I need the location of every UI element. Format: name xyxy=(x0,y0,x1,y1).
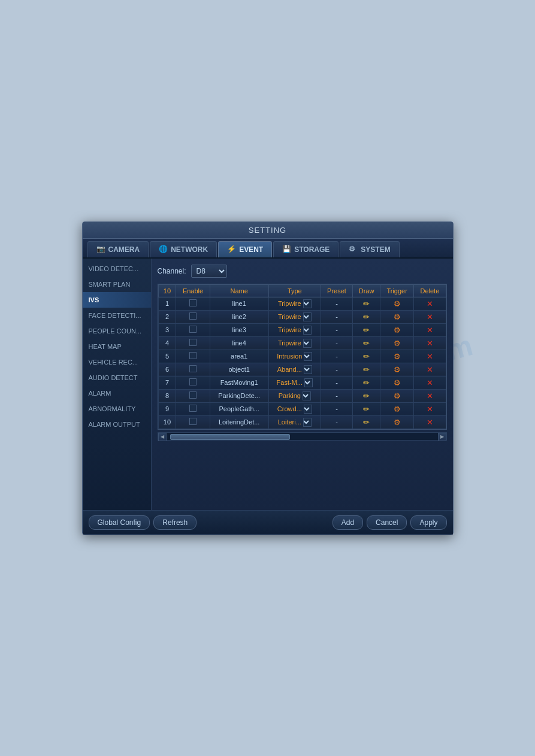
delete-x-icon[interactable]: ✕ xyxy=(427,326,433,335)
draw-edit-icon[interactable]: ✏ xyxy=(363,418,370,427)
row-draw[interactable]: ✏ xyxy=(353,363,380,376)
sidebar-item-smart-plan[interactable]: SMART PLAN xyxy=(83,277,151,292)
row-draw[interactable]: ✏ xyxy=(353,336,380,350)
sidebar-item-alarm[interactable]: ALARM xyxy=(83,385,151,401)
trigger-gear-icon[interactable]: ⚙ xyxy=(394,312,401,321)
row-draw[interactable]: ✏ xyxy=(353,310,380,323)
sidebar-item-video-detect[interactable]: VIDEO DETEC... xyxy=(83,261,151,277)
row-delete[interactable]: ✕ xyxy=(414,376,446,389)
type-dropdown[interactable]: ▼ xyxy=(304,352,312,361)
row-trigger[interactable]: ⚙ xyxy=(380,336,413,350)
row-trigger[interactable]: ⚙ xyxy=(380,310,413,323)
enable-checkbox-cell[interactable] xyxy=(176,350,210,363)
trigger-gear-icon[interactable]: ⚙ xyxy=(394,352,401,361)
draw-edit-icon[interactable]: ✏ xyxy=(363,339,370,348)
refresh-button[interactable]: Refresh xyxy=(153,515,197,530)
draw-edit-icon[interactable]: ✏ xyxy=(363,326,370,335)
enable-checkbox-cell[interactable] xyxy=(176,310,210,323)
row-delete[interactable]: ✕ xyxy=(414,297,446,310)
enable-checkbox[interactable] xyxy=(189,378,197,385)
cancel-button[interactable]: Cancel xyxy=(367,515,407,530)
row-trigger[interactable]: ⚙ xyxy=(380,297,413,310)
delete-x-icon[interactable]: ✕ xyxy=(427,365,433,374)
row-delete[interactable]: ✕ xyxy=(414,323,446,336)
row-trigger[interactable]: ⚙ xyxy=(380,415,413,429)
enable-checkbox[interactable] xyxy=(189,365,197,372)
type-dropdown[interactable]: ▼ xyxy=(303,418,312,427)
delete-x-icon[interactable]: ✕ xyxy=(427,352,433,361)
delete-x-icon[interactable]: ✕ xyxy=(427,312,433,321)
enable-checkbox-cell[interactable] xyxy=(176,323,210,336)
row-trigger[interactable]: ⚙ xyxy=(380,376,413,389)
draw-edit-icon[interactable]: ✏ xyxy=(363,378,370,387)
type-dropdown[interactable]: ▼ xyxy=(303,391,311,400)
row-delete[interactable]: ✕ xyxy=(414,415,446,429)
trigger-gear-icon[interactable]: ⚙ xyxy=(394,299,401,308)
row-draw[interactable]: ✏ xyxy=(353,350,380,363)
row-trigger[interactable]: ⚙ xyxy=(380,389,413,402)
tab-camera[interactable]: 📷 CAMERA xyxy=(87,241,149,257)
tab-event[interactable]: ⚡ EVENT xyxy=(218,241,272,257)
sidebar-item-audio-detect[interactable]: AUDIO DETECT xyxy=(83,370,151,385)
row-delete[interactable]: ✕ xyxy=(414,402,446,415)
enable-checkbox-cell[interactable] xyxy=(176,336,210,350)
row-draw[interactable]: ✏ xyxy=(353,376,380,389)
sidebar-item-people-count[interactable]: PEOPLE COUN... xyxy=(83,323,151,339)
add-button[interactable]: Add xyxy=(333,515,363,530)
tab-network[interactable]: 🌐 NETWORK xyxy=(150,241,217,257)
type-dropdown[interactable]: ▼ xyxy=(304,405,312,414)
apply-button[interactable]: Apply xyxy=(410,515,446,530)
row-trigger[interactable]: ⚙ xyxy=(380,402,413,415)
type-dropdown[interactable]: ▼ xyxy=(303,312,312,321)
row-draw[interactable]: ✏ xyxy=(353,402,380,415)
scroll-left-arrow[interactable]: ◀ xyxy=(158,433,167,441)
row-trigger[interactable]: ⚙ xyxy=(380,350,413,363)
draw-edit-icon[interactable]: ✏ xyxy=(363,391,370,400)
type-dropdown[interactable]: ▼ xyxy=(304,365,312,374)
trigger-gear-icon[interactable]: ⚙ xyxy=(394,339,401,348)
sidebar-item-ivs[interactable]: IVS xyxy=(83,292,151,308)
enable-checkbox[interactable] xyxy=(189,312,197,320)
type-dropdown[interactable]: ▼ xyxy=(303,326,312,335)
enable-checkbox-cell[interactable] xyxy=(176,297,210,310)
delete-x-icon[interactable]: ✕ xyxy=(427,378,433,387)
row-draw[interactable]: ✏ xyxy=(353,389,380,402)
row-delete[interactable]: ✕ xyxy=(414,363,446,376)
draw-edit-icon[interactable]: ✏ xyxy=(363,405,370,414)
scrollbar-thumb[interactable] xyxy=(170,434,290,440)
row-trigger[interactable]: ⚙ xyxy=(380,323,413,336)
delete-x-icon[interactable]: ✕ xyxy=(427,405,433,414)
enable-checkbox[interactable] xyxy=(189,339,197,346)
enable-checkbox[interactable] xyxy=(189,405,197,412)
trigger-gear-icon[interactable]: ⚙ xyxy=(394,405,401,414)
scroll-right-arrow[interactable]: ▶ xyxy=(438,433,446,441)
delete-x-icon[interactable]: ✕ xyxy=(427,391,433,400)
row-delete[interactable]: ✕ xyxy=(414,310,446,323)
row-delete[interactable]: ✕ xyxy=(414,350,446,363)
row-draw[interactable]: ✏ xyxy=(353,323,380,336)
tab-storage[interactable]: 💾 STORAGE xyxy=(273,241,338,257)
delete-x-icon[interactable]: ✕ xyxy=(427,299,433,308)
trigger-gear-icon[interactable]: ⚙ xyxy=(394,365,401,374)
enable-checkbox-cell[interactable] xyxy=(176,415,210,429)
type-dropdown[interactable]: ▼ xyxy=(303,299,312,308)
draw-edit-icon[interactable]: ✏ xyxy=(363,365,370,374)
tab-system[interactable]: ⚙ SYSTEM xyxy=(340,241,399,257)
row-trigger[interactable]: ⚙ xyxy=(380,363,413,376)
sidebar-item-heat-map[interactable]: HEAT MAP xyxy=(83,339,151,354)
row-delete[interactable]: ✕ xyxy=(414,389,446,402)
draw-edit-icon[interactable]: ✏ xyxy=(363,312,370,321)
sidebar-item-face-detect[interactable]: FACE DETECTI... xyxy=(83,308,151,323)
enable-checkbox-cell[interactable] xyxy=(176,402,210,415)
trigger-gear-icon[interactable]: ⚙ xyxy=(394,378,401,387)
enable-checkbox[interactable] xyxy=(189,326,197,333)
delete-x-icon[interactable]: ✕ xyxy=(427,339,433,348)
enable-checkbox[interactable] xyxy=(189,299,197,306)
enable-checkbox-cell[interactable] xyxy=(176,363,210,376)
draw-edit-icon[interactable]: ✏ xyxy=(363,299,370,308)
sidebar-item-abnormality[interactable]: ABNORMALITY xyxy=(83,401,151,417)
row-delete[interactable]: ✕ xyxy=(414,336,446,350)
trigger-gear-icon[interactable]: ⚙ xyxy=(394,418,401,427)
enable-checkbox[interactable] xyxy=(189,418,197,425)
row-draw[interactable]: ✏ xyxy=(353,415,380,429)
